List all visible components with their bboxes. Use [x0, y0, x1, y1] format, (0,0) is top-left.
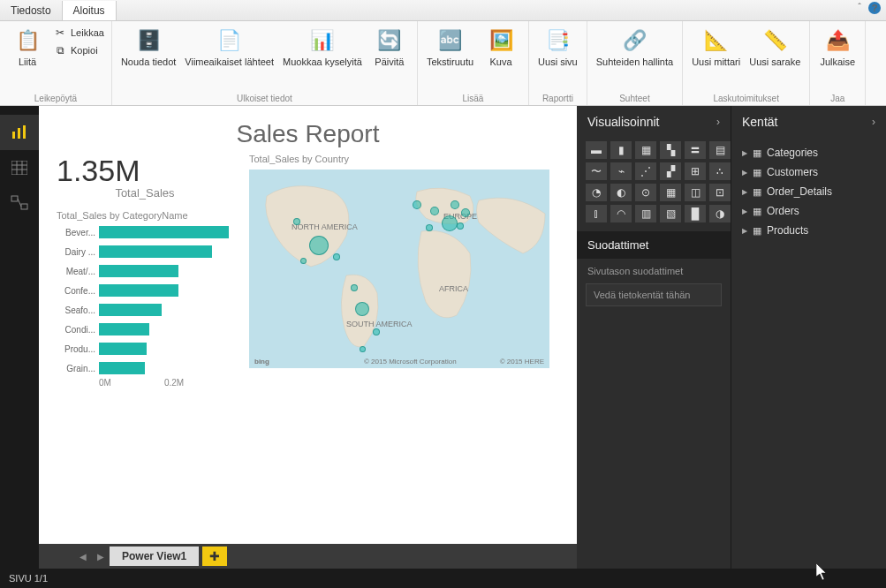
new-column-button[interactable]: 📏Uusi sarake [746, 25, 804, 69]
viz-type-3[interactable]: ▚ [660, 141, 681, 159]
map-bubble [360, 346, 366, 352]
bar-row[interactable]: Meat/... [57, 265, 233, 277]
viz-type-22[interactable]: █ [685, 205, 706, 222]
bar-chart[interactable]: Bever...Dairy ...Meat/...Confe...Seafo..… [57, 226, 233, 374]
copy-button[interactable]: ⧉Kopioi [51, 42, 106, 58]
nav-report-view[interactable] [0, 115, 39, 150]
help-icon[interactable]: ? [868, 2, 881, 14]
bar-row[interactable]: Seafo... [57, 304, 233, 316]
report-title: Sales Report [57, 120, 559, 148]
paste-button[interactable]: 📋 Liitä [5, 25, 49, 69]
bar-fill [99, 284, 178, 297]
get-data-button[interactable]: 🗄️Nouda tiedot [117, 25, 179, 69]
bar-row[interactable]: Dairy ... [57, 245, 233, 258]
menu-file[interactable]: Tiedosto [0, 1, 62, 20]
recent-sources-button[interactable]: 📄Viimeaikaiset lähteet [181, 25, 277, 69]
viz-type-7[interactable]: ⌁ [610, 162, 632, 180]
field-table-categories[interactable]: ▶▦Categories [735, 143, 882, 162]
new-measure-button[interactable]: 📐Uusi mittari [688, 25, 744, 69]
data-view-icon [11, 161, 27, 175]
report-canvas[interactable]: Sales Report 1.35M Total_Sales Total_Sal… [39, 106, 577, 544]
bar-fill [99, 304, 162, 316]
visualizations-header[interactable]: Visualisoinnit› [577, 106, 731, 138]
viz-type-5[interactable]: ▤ [709, 141, 731, 159]
page-tab-1[interactable]: Power View1 [110, 547, 199, 566]
bar-label: Meat/... [57, 267, 95, 276]
menu-home[interactable]: Aloitus [62, 1, 117, 20]
bing-logo: bing [254, 358, 269, 366]
map-visual[interactable]: NORTH AMERICA SOUTH AMERICA EUROPE AFRIC… [249, 170, 549, 368]
viz-type-10[interactable]: ⊞ [685, 162, 706, 180]
textbox-button[interactable]: 🔤Tekstiruutu [423, 25, 477, 69]
table-icon: ▦ [753, 186, 761, 198]
field-table-order_details[interactable]: ▶▦Order_Details [735, 182, 882, 201]
refresh-button[interactable]: 🔄Päivitä [367, 25, 412, 69]
new-page-button[interactable]: 📑Uusi sivu [534, 25, 581, 69]
map-bubble [333, 253, 340, 260]
map-bubble [351, 284, 358, 291]
field-table-customers[interactable]: ▶▦Customers [735, 162, 882, 182]
filter-dropzone[interactable]: Vedä tietokentät tähän [586, 283, 722, 306]
relations-icon: 🔗 [620, 26, 648, 55]
copy-icon: ⧉ [53, 43, 67, 57]
bar-row[interactable]: Condi... [57, 323, 233, 335]
map-bubble [457, 222, 464, 230]
bar-row[interactable]: Grain... [57, 362, 233, 374]
viz-type-13[interactable]: ◐ [610, 184, 632, 201]
viz-type-14[interactable]: ⊙ [635, 184, 656, 201]
measure-icon: 📐 [702, 26, 731, 55]
viz-type-16[interactable]: ◫ [685, 184, 706, 201]
tab-prev[interactable]: ◀ [74, 552, 92, 562]
fields-header[interactable]: Kentät› [731, 106, 886, 138]
viz-type-21[interactable]: ▧ [660, 205, 681, 222]
viz-type-15[interactable]: ▦ [660, 184, 681, 201]
nav-model-view[interactable] [0, 185, 39, 221]
bar-label: Confe... [57, 286, 95, 296]
viz-type-9[interactable]: ▞ [660, 162, 681, 180]
table-icon: ▦ [753, 206, 761, 217]
nav-data-view[interactable] [0, 150, 39, 185]
status-page: SIVU 1/1 [9, 573, 48, 584]
viz-type-6[interactable]: 〜 [586, 162, 607, 180]
viz-type-20[interactable]: ▥ [635, 205, 656, 222]
viz-type-1[interactable]: ▮ [610, 141, 632, 159]
editqueries-icon: 📊 [308, 26, 337, 55]
field-table-orders[interactable]: ▶▦Orders [735, 201, 882, 221]
bar-fill [99, 343, 147, 355]
viz-type-0[interactable]: ▬ [586, 141, 607, 159]
tab-next[interactable]: ▶ [92, 552, 110, 562]
bar-row[interactable]: Produ... [57, 343, 233, 355]
viz-type-19[interactable]: ◠ [610, 205, 632, 222]
bar-label: Condi... [57, 325, 95, 335]
map-bubble [373, 328, 380, 335]
expand-icon: ▶ [742, 227, 747, 235]
bar-row[interactable]: Confe... [57, 284, 233, 297]
viz-type-17[interactable]: ⊡ [709, 184, 731, 201]
edit-queries-button[interactable]: 📊Muokkaa kyselyitä [279, 25, 366, 69]
cut-button[interactable]: ✂Leikkaa [51, 25, 106, 41]
add-page-button[interactable]: ✚ [202, 547, 227, 566]
map-bubble [355, 302, 369, 316]
map-label-af: AFRICA [439, 284, 468, 293]
viz-type-4[interactable]: 〓 [685, 141, 706, 159]
viz-type-8[interactable]: ⋰ [635, 162, 656, 180]
viz-type-11[interactable]: ∴ [709, 162, 731, 180]
field-table-products[interactable]: ▶▦Products [735, 221, 882, 240]
table-icon: ▦ [753, 167, 761, 178]
bar-fill [99, 265, 178, 277]
axis-tick-0: 0M [99, 378, 111, 388]
filters-header[interactable]: Suodattimet [577, 231, 731, 259]
viz-type-18[interactable]: ⫿ [586, 205, 607, 222]
bar-row[interactable]: Bever... [57, 226, 233, 238]
bar-label: Dairy ... [57, 247, 95, 257]
publish-button[interactable]: 📤Julkaise [815, 25, 859, 69]
viz-type-12[interactable]: ◔ [586, 184, 607, 201]
map-bubble [461, 208, 470, 217]
chevron-right-icon: › [872, 116, 875, 128]
viz-type-2[interactable]: ▦ [635, 141, 656, 159]
collapse-ribbon-icon[interactable]: ˆ [858, 2, 861, 14]
manage-relations-button[interactable]: 🔗Suhteiden hallinta [593, 25, 677, 69]
viz-type-23[interactable]: ◑ [709, 205, 731, 222]
visualization-gallery: ▬▮▦▚〓▤〜⌁⋰▞⊞∴◔◐⊙▦◫⊡⫿◠▥▧█◑ [577, 138, 731, 231]
image-button[interactable]: 🖼️Kuva [479, 25, 523, 69]
